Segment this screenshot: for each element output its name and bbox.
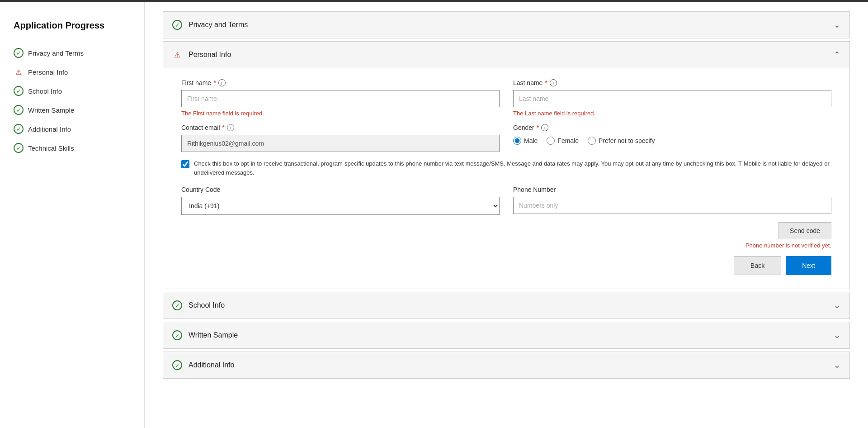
personal-info-body: First name * i The First name field is r… [163, 68, 849, 289]
back-button[interactable]: Back [734, 256, 781, 275]
section-privacy-terms: ✓ Privacy and Terms ⌄ [163, 11, 850, 38]
last-name-group: Last name * i The Last name field is req… [513, 79, 831, 117]
contact-email-label: Contact email * i [181, 124, 500, 131]
privacy-terms-title: Privacy and Terms [189, 21, 248, 29]
check-icon-written: ✓ [14, 105, 24, 115]
gender-label: Gender * i [513, 124, 831, 131]
next-button[interactable]: Next [786, 256, 831, 275]
last-name-error: The Last name field is required. [513, 110, 831, 117]
sidebar: Application Progress ✓ Privacy and Terms… [0, 2, 145, 428]
accordion-header-written[interactable]: ✓ Written Sample ⌄ [163, 322, 849, 348]
gender-female-radio[interactable] [547, 137, 555, 145]
accordion-header-school[interactable]: ✓ School Info ⌄ [163, 292, 849, 319]
gender-male-radio[interactable] [513, 137, 521, 145]
check-icon-technical: ✓ [14, 143, 24, 153]
additional-info-title: Additional Info [189, 361, 234, 369]
send-code-button[interactable]: Send code [778, 222, 831, 239]
check-icon-additional-header: ✓ [172, 360, 182, 370]
sidebar-item-school-info[interactable]: ✓ School Info [14, 81, 131, 100]
country-code-label: Country Code [181, 186, 500, 193]
first-name-info-icon[interactable]: i [218, 79, 226, 86]
school-info-title: School Info [189, 301, 225, 309]
gender-male-label: Male [524, 137, 538, 144]
nav-buttons: Back Next [181, 256, 831, 275]
gender-required: * [537, 124, 539, 131]
accordion-header-personal[interactable]: ⚠ Personal Info ⌃ [163, 42, 849, 68]
gender-prefer-not-radio[interactable] [588, 137, 596, 145]
gender-info-icon[interactable]: i [541, 124, 548, 131]
first-name-input[interactable] [181, 90, 500, 107]
sidebar-item-privacy-terms[interactable]: ✓ Privacy and Terms [14, 43, 131, 62]
gender-radio-group: Male Female Prefer not to specify [513, 137, 831, 145]
sidebar-item-additional-info[interactable]: ✓ Additional Info [14, 119, 131, 138]
sidebar-item-personal-info[interactable]: ⚠ Personal Info [14, 62, 131, 81]
accordion-header-privacy[interactable]: ✓ Privacy and Terms ⌄ [163, 12, 849, 38]
section-additional-info: ✓ Additional Info ⌄ [163, 352, 850, 379]
last-name-label: Last name * i [513, 79, 831, 86]
phone-warning: Phone number is not verified yet. [181, 242, 831, 249]
sidebar-label-privacy-terms: Privacy and Terms [28, 49, 84, 57]
sidebar-label-written-sample: Written Sample [28, 106, 74, 114]
first-name-required: * [213, 79, 216, 86]
check-icon-school-header: ✓ [172, 300, 182, 310]
chevron-down-icon-privacy: ⌄ [834, 20, 840, 30]
gender-prefer-not-label: Prefer not to specify [599, 137, 655, 144]
first-name-error: The First name field is required. [181, 110, 500, 117]
gender-male-option[interactable]: Male [513, 137, 538, 145]
last-name-required: * [545, 79, 547, 86]
personal-info-title: Personal Info [189, 51, 231, 59]
last-name-info-icon[interactable]: i [550, 79, 557, 86]
chevron-down-icon-school: ⌄ [834, 300, 840, 310]
first-name-label: First name * i [181, 79, 500, 86]
name-row: First name * i The First name field is r… [181, 79, 831, 117]
phone-number-input[interactable] [513, 197, 831, 214]
sidebar-title: Application Progress [14, 20, 131, 31]
country-code-group: Country Code India (+91) United States (… [181, 186, 500, 215]
last-name-input[interactable] [513, 90, 831, 107]
check-icon-privacy: ✓ [14, 48, 24, 58]
contact-email-input[interactable] [181, 135, 500, 152]
sms-checkbox[interactable] [181, 160, 189, 168]
chevron-down-icon-written: ⌄ [834, 330, 840, 340]
written-sample-title: Written Sample [189, 331, 238, 339]
send-code-row: Send code [181, 222, 831, 239]
check-icon-school: ✓ [14, 86, 24, 96]
sidebar-item-written-sample[interactable]: ✓ Written Sample [14, 100, 131, 119]
warning-icon-personal: ⚠ [14, 67, 24, 77]
first-name-group: First name * i The First name field is r… [181, 79, 500, 117]
accordion-header-additional[interactable]: ✓ Additional Info ⌄ [163, 352, 849, 378]
check-icon-written-header: ✓ [172, 330, 182, 340]
phone-number-label: Phone Number [513, 186, 831, 193]
sidebar-label-personal-info: Personal Info [28, 68, 68, 76]
chevron-down-icon-additional: ⌄ [834, 360, 840, 370]
sidebar-label-school-info: School Info [28, 87, 62, 95]
gender-group: Gender * i Male Female [513, 124, 831, 152]
gender-female-label: Female [557, 137, 579, 144]
sms-checkbox-label: Check this box to opt-in to receive tran… [194, 159, 831, 177]
sidebar-item-technical-skills[interactable]: ✓ Technical Skills [14, 138, 131, 157]
sidebar-label-additional-info: Additional Info [28, 125, 71, 133]
contact-email-group: Contact email * i [181, 124, 500, 152]
warning-icon-personal-header: ⚠ [172, 50, 182, 60]
gender-prefer-not-option[interactable]: Prefer not to specify [588, 137, 655, 145]
email-required: * [222, 124, 225, 131]
main-content: ✓ Privacy and Terms ⌄ ⚠ Personal Info ⌃ [145, 2, 868, 428]
check-icon-additional: ✓ [14, 124, 24, 134]
sidebar-label-technical-skills: Technical Skills [28, 144, 74, 152]
country-code-select[interactable]: India (+91) United States (+1) United Ki… [181, 197, 500, 215]
section-written-sample: ✓ Written Sample ⌄ [163, 322, 850, 349]
check-icon-privacy-header: ✓ [172, 20, 182, 30]
email-info-icon[interactable]: i [227, 124, 234, 131]
phone-number-group: Phone Number [513, 186, 831, 215]
section-school-info: ✓ School Info ⌄ [163, 292, 850, 319]
section-personal-info: ⚠ Personal Info ⌃ First name * i Th [163, 41, 850, 289]
gender-female-option[interactable]: Female [547, 137, 579, 145]
sms-checkbox-row: Check this box to opt-in to receive tran… [181, 159, 831, 177]
chevron-up-icon-personal: ⌃ [834, 50, 840, 60]
email-gender-row: Contact email * i Gender * i [181, 124, 831, 152]
app-container: Application Progress ✓ Privacy and Terms… [0, 2, 868, 428]
phone-row: Country Code India (+91) United States (… [181, 186, 831, 215]
